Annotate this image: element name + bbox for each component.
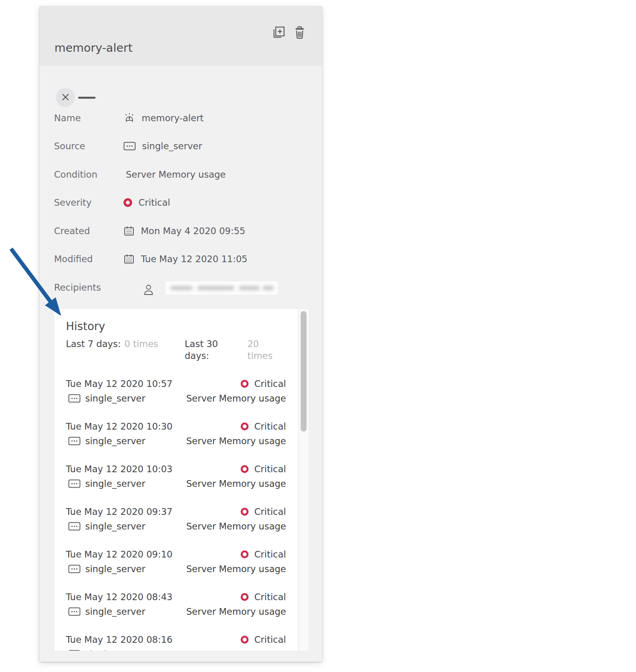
detail-label: Severity xyxy=(54,197,123,208)
entry-severity-text: Critical xyxy=(254,464,286,474)
alert-detail-panel: memory-alert xyxy=(39,6,322,662)
entry-timestamp: Tue May 12 2020 08:16 xyxy=(66,634,172,645)
scrollbar-thumb[interactable] xyxy=(301,311,307,432)
entry-timestamp: Tue May 12 2020 08:43 xyxy=(66,592,172,602)
alarm-bell-icon xyxy=(123,112,135,124)
dash-icon[interactable] xyxy=(78,97,95,99)
server-icon xyxy=(68,479,80,488)
stat-label: Last 30 days: xyxy=(185,338,244,362)
entry-source: single_server xyxy=(68,436,145,446)
detail-value: Mon May 4 2020 09:55 xyxy=(123,225,245,237)
stat-last-7-days: Last 7 days: 0 times xyxy=(66,338,185,362)
duplicate-button[interactable] xyxy=(271,25,285,40)
detail-row: Name xyxy=(54,104,322,132)
person-icon xyxy=(143,284,154,295)
entry-source-text: single_server xyxy=(85,606,145,617)
entry-source-text: single_server xyxy=(85,393,145,404)
history-entry[interactable]: Tue May 12 2020 10:57 Critical xyxy=(66,378,286,404)
entry-source-text: single_server xyxy=(85,479,145,489)
history-entry[interactable]: Tue May 12 2020 09:37 Critical xyxy=(66,506,286,532)
detail-label: Source xyxy=(54,141,123,151)
detail-value-text: Tue May 12 2020 11:05 xyxy=(141,254,247,264)
delete-button[interactable] xyxy=(293,25,307,40)
history-entry[interactable]: Tue May 12 2020 08:16 Critical xyxy=(66,634,286,651)
server-icon xyxy=(68,650,80,651)
entry-source-text: single_server xyxy=(85,436,145,446)
detail-value xyxy=(123,279,277,295)
critical-ring-icon xyxy=(241,636,249,644)
entry-severity: Critical xyxy=(241,421,286,432)
entry-source: single_server xyxy=(68,606,145,617)
stat-last-30-days: Last 30 days: 20 times xyxy=(185,338,286,362)
history-entry[interactable]: Tue May 12 2020 10:03 Critical xyxy=(66,463,286,490)
detail-label: Recipients xyxy=(54,282,123,293)
entry-source: single_server xyxy=(68,393,145,404)
entry-severity: Critical xyxy=(241,549,286,559)
critical-ring-icon xyxy=(123,198,132,207)
critical-ring-icon xyxy=(241,380,249,388)
entry-severity-text: Critical xyxy=(254,421,286,432)
entry-severity: Critical xyxy=(241,507,286,517)
entry-source-text: single_server xyxy=(85,564,145,574)
entry-condition: Server Memory usage xyxy=(186,521,286,531)
page: { "header": { "title": "memory-alert", "… xyxy=(0,0,636,672)
detail-value: Server Memory usage xyxy=(123,169,226,180)
server-icon xyxy=(68,437,80,445)
entry-severity: Critical xyxy=(241,379,286,389)
detail-label: Modified xyxy=(54,254,123,264)
critical-ring-icon xyxy=(241,550,249,558)
entry-condition: Server Memory usage xyxy=(186,479,286,489)
server-icon xyxy=(68,565,80,573)
critical-ring-icon xyxy=(241,422,249,430)
detail-value-text: Server Memory usage xyxy=(126,169,226,180)
detail-row: Severity Critical xyxy=(54,189,322,217)
entry-severity: Critical xyxy=(241,592,286,602)
close-icon xyxy=(61,92,70,103)
stat-value: 20 times xyxy=(247,338,286,362)
entry-timestamp: Tue May 12 2020 10:30 xyxy=(66,421,172,432)
entry-source-text: single_server xyxy=(85,521,145,531)
panel-header: memory-alert xyxy=(39,6,322,66)
stat-label: Last 7 days: xyxy=(66,338,121,362)
detail-list: Name xyxy=(39,104,322,302)
history-entry-list: Tue May 12 2020 10:57 Critical xyxy=(66,378,286,651)
detail-row: Condition Server Memory usage xyxy=(54,160,322,189)
detail-value-text: single_server xyxy=(142,141,202,151)
duplicate-icon xyxy=(271,25,285,40)
server-icon xyxy=(68,607,80,616)
entry-severity: Critical xyxy=(241,464,286,474)
history-stats: Last 7 days: 0 times Last 30 days: 20 ti… xyxy=(66,338,286,362)
detail-value-text: memory-alert xyxy=(142,113,204,123)
panel-title: memory-alert xyxy=(54,41,133,54)
detail-row: Source xyxy=(54,132,322,161)
entry-source: single_server xyxy=(68,649,145,651)
detail-row: Modified xyxy=(54,245,322,274)
detail-row: Created xyxy=(54,217,322,245)
history-panel: History Last 7 days: 0 times Last 30 day… xyxy=(54,309,309,651)
stat-value: 0 times xyxy=(124,338,158,362)
entry-timestamp: Tue May 12 2020 10:57 xyxy=(66,379,172,389)
calendar-icon xyxy=(123,253,135,265)
redacted-recipient-value xyxy=(166,282,277,295)
entry-timestamp: Tue May 12 2020 09:37 xyxy=(66,507,172,517)
close-button[interactable] xyxy=(56,88,75,107)
entry-severity-text: Critical xyxy=(254,379,286,389)
entry-condition: Server Memory usage xyxy=(186,606,286,617)
detail-value: single_server xyxy=(123,141,202,151)
detail-value-text: Critical xyxy=(138,197,170,208)
entry-condition: Server Memory usage xyxy=(186,436,286,446)
entry-timestamp: Tue May 12 2020 10:03 xyxy=(66,464,172,474)
panel-body: Name xyxy=(39,88,322,302)
detail-value: memory-alert xyxy=(123,112,204,124)
detail-value: Tue May 12 2020 11:05 xyxy=(123,253,247,265)
history-entry[interactable]: Tue May 12 2020 08:43 Critical xyxy=(66,591,286,618)
history-entry[interactable]: Tue May 12 2020 09:10 Critical xyxy=(66,548,286,575)
detail-label: Name xyxy=(54,113,123,123)
history-card: History Last 7 days: 0 times Last 30 day… xyxy=(54,309,298,651)
entry-source: single_server xyxy=(68,521,145,531)
history-title: History xyxy=(66,320,286,333)
detail-row: Recipients xyxy=(54,273,322,302)
detail-value: Critical xyxy=(123,197,170,208)
history-entry[interactable]: Tue May 12 2020 10:30 Critical xyxy=(66,420,286,447)
history-scrollbar[interactable] xyxy=(298,309,309,651)
